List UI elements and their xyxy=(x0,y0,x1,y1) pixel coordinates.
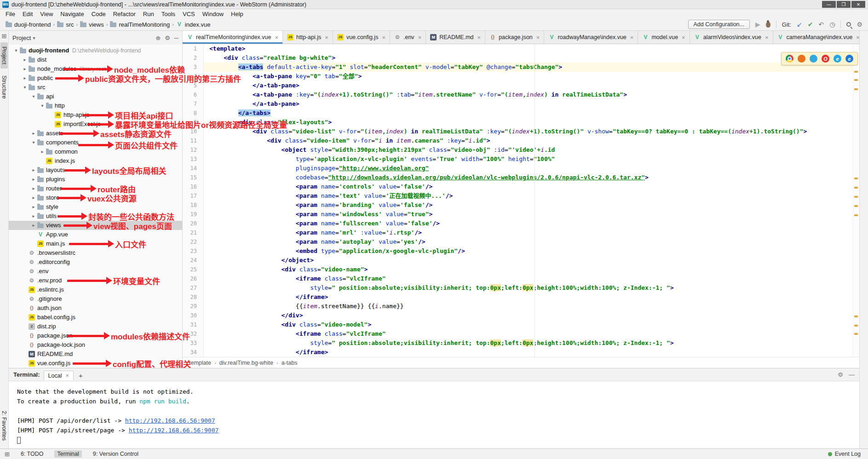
menu-tools[interactable]: Tools xyxy=(158,10,179,18)
editor-tab-vue-config-js[interactable]: JSvue.config.js× xyxy=(333,31,390,44)
tree-item-index-js[interactable]: JSindex.js xyxy=(9,156,182,166)
terminal-output[interactable]: Note that the development build is not o… xyxy=(9,381,859,445)
panel-settings-icon[interactable] xyxy=(165,34,170,41)
maximize-button[interactable] xyxy=(837,1,851,8)
menu-edit[interactable]: Edit xyxy=(19,10,36,18)
editor-tab-realtimemonitoring-index-vue[interactable]: VrealTimeMonitoring\index.vue× xyxy=(183,31,283,44)
code-line-28[interactable]: 28 </iframe> xyxy=(183,293,859,302)
ie-icon[interactable]: e xyxy=(834,55,841,63)
status-9-version-control[interactable]: 9: Version Control xyxy=(90,450,141,458)
tool-windows-grid-icon[interactable]: ⊞ xyxy=(5,451,10,458)
tree-item-components[interactable]: ▾components xyxy=(9,138,182,147)
add-configuration-button[interactable]: Add Configuration... xyxy=(688,20,750,29)
tree-item-readme-md[interactable]: MREADME.md xyxy=(9,350,182,359)
menu-help[interactable]: Help xyxy=(227,10,247,18)
code-line-29[interactable]: 29 {{item.streetName}} {{i.name}} xyxy=(183,302,859,311)
close-tab-icon[interactable]: × xyxy=(765,34,769,41)
tree-item-package-json[interactable]: {}package.json xyxy=(9,331,182,340)
editor-tab-cameramanage-index-vue[interactable]: VcameraManage\index.vue× xyxy=(773,31,859,44)
code-line-16[interactable]: 16 <param name='controls' value='false'/… xyxy=(183,182,859,191)
stripe-mark[interactable] xyxy=(854,214,858,216)
code-line-27[interactable]: 27 style=" position:absolute;visibility:… xyxy=(183,283,859,293)
stripe-mark[interactable] xyxy=(854,316,858,317)
git-history-icon[interactable] xyxy=(829,21,835,28)
stripe-mark[interactable] xyxy=(854,325,858,327)
stripe-mark[interactable] xyxy=(854,187,858,189)
code-line-24[interactable]: 24 </object> xyxy=(183,256,859,265)
code-line-17[interactable]: 17 <param name='text' value='正在加载视频中...'… xyxy=(183,191,859,201)
chrome-icon[interactable] xyxy=(786,55,793,63)
code-line-6[interactable]: 6 <a-tab-pane :key="(index+1).toString()… xyxy=(183,90,859,99)
minimize-button[interactable] xyxy=(822,1,836,8)
code-line-13[interactable]: 13 type='application/x-vlc-plugin' event… xyxy=(183,155,859,164)
tree-item-babel-config-js[interactable]: JSbabel.config.js xyxy=(9,313,182,322)
terminal-link[interactable]: http://192.168.66.56:9007 xyxy=(125,417,215,424)
breadcrumb-item-realtimemonitoring[interactable]: realTimeMonitoring xyxy=(110,21,170,28)
menu-vcs[interactable]: VCS xyxy=(179,10,199,18)
editor-tab-model-vue[interactable]: Vmodel.vue× xyxy=(638,31,690,44)
close-tab-icon[interactable]: × xyxy=(630,34,634,41)
debug-icon[interactable] xyxy=(766,22,770,28)
tree-item-router[interactable]: ▸router xyxy=(9,184,182,193)
tree-item-eslintrc-js[interactable]: JS.eslintrc.js xyxy=(9,285,182,294)
tree-item-assets[interactable]: ▸assets xyxy=(9,129,182,138)
git-update-icon[interactable] xyxy=(797,21,802,28)
breadcrumb-item-src[interactable]: src xyxy=(57,21,74,28)
tree-item-http[interactable]: ▾http xyxy=(9,101,182,110)
code-line-32[interactable]: 32 <iframe class="vlcIframe" xyxy=(183,329,859,339)
project-panel-header[interactable]: Project ▾ xyxy=(9,31,182,45)
tree-item-editorconfig[interactable]: ⚙.editorconfig xyxy=(9,258,182,267)
tree-item-style[interactable]: ▸style xyxy=(9,202,182,212)
breadcrumb-item-views[interactable]: views xyxy=(80,21,104,28)
locate-file-icon[interactable] xyxy=(155,34,161,41)
tool-button-2-favorites[interactable]: 2: Favorites xyxy=(0,407,8,445)
stripe-mark[interactable] xyxy=(854,71,858,73)
editor-tab-roadwaymanage-index-vue[interactable]: VroadwayManage\index.vue× xyxy=(544,31,638,44)
menu-run[interactable]: Run xyxy=(139,10,158,18)
settings-icon[interactable] xyxy=(857,21,862,28)
tree-item-importexcel-js[interactable]: JSimportExcel.js xyxy=(9,120,182,129)
menu-navigate[interactable]: Navigate xyxy=(57,10,87,18)
code-line-18[interactable]: 18 <param name='branding' value='false'/… xyxy=(183,201,859,210)
tree-item-dist-zip[interactable]: Zdist.zip xyxy=(9,322,182,331)
code-line-4[interactable]: 4 <a-tab-pane key="0" tab="全部"> xyxy=(183,72,859,81)
tree-item-common[interactable]: ▸common xyxy=(9,147,182,156)
editor-tab-package-json[interactable]: {}package.json× xyxy=(485,31,544,44)
code-line-26[interactable]: 26 <iframe class="vlcIframe" xyxy=(183,274,859,283)
firefox-icon[interactable] xyxy=(798,55,805,63)
stripe-mark[interactable] xyxy=(854,178,858,179)
code-line-34[interactable]: 34 </iframe> xyxy=(183,348,859,357)
status-6-todo[interactable]: 6: TODO xyxy=(18,450,46,458)
close-button[interactable] xyxy=(851,1,865,8)
stripe-mark[interactable] xyxy=(854,196,858,198)
close-tab-icon[interactable]: × xyxy=(325,34,328,41)
tree-item-auth-json[interactable]: {}auth.json xyxy=(9,304,182,313)
new-terminal-session-button[interactable]: + xyxy=(76,372,85,379)
stripe-mark[interactable] xyxy=(854,205,858,207)
safari-icon[interactable] xyxy=(810,55,817,63)
editor-breadcrumb-div-realtime-bg-white[interactable]: div.realTime.bg-white xyxy=(219,360,273,366)
tool-button-structure[interactable]: Structure xyxy=(0,71,8,103)
menu-view[interactable]: View xyxy=(36,10,57,18)
code-line-21[interactable]: 21 <param name='mrl' :value='i.rtsp'/> xyxy=(183,228,859,237)
tool-button-project[interactable]: Project xyxy=(0,42,8,69)
code-line-31[interactable]: 31 <div class="video-model"> xyxy=(183,320,859,329)
code-line-33[interactable]: 33 style=" position:absolute;visibility:… xyxy=(183,339,859,348)
editor-tab-env[interactable]: ⚙.env× xyxy=(390,31,426,44)
code-line-7[interactable]: 7 </a-tab-pane> xyxy=(183,99,859,109)
code-line-10[interactable]: 10 <div class="video-list" v-for="(item,… xyxy=(183,127,859,136)
code-line-1[interactable]: 1<template> xyxy=(183,44,859,53)
code-line-12[interactable]: 12 <object style="width:390px;height:219… xyxy=(183,145,859,155)
editor-tab-alarmvideos-index-vue[interactable]: ValarmVideos\index.vue× xyxy=(690,31,773,44)
editor[interactable]: 1<template>2 <div class="realTime bg-whi… xyxy=(183,44,859,368)
close-tab-icon[interactable]: × xyxy=(275,34,279,41)
run-button[interactable] xyxy=(755,21,760,28)
hide-panel-icon[interactable] xyxy=(174,34,178,41)
editor-tab-http-api-js[interactable]: JShttp-api.js× xyxy=(283,31,333,44)
tree-item-gitignore[interactable]: ⚙.gitignore xyxy=(9,294,182,304)
code-line-19[interactable]: 19 <param name='windowless' value="true"… xyxy=(183,210,859,219)
edge-icon[interactable]: e xyxy=(845,55,853,63)
tree-item-plugins[interactable]: ▸plugins xyxy=(9,175,182,184)
close-terminal-tab-icon[interactable]: × xyxy=(65,372,69,379)
editor-breadcrumb-template[interactable]: template xyxy=(189,360,211,366)
